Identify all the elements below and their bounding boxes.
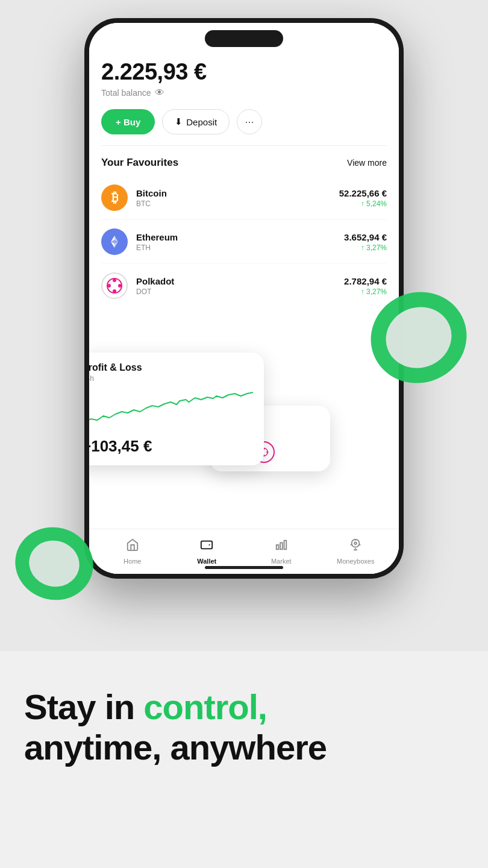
decorative-blob-right [368, 289, 470, 386]
tab-wallet[interactable]: Wallet [170, 538, 245, 565]
decorative-blob-left [12, 524, 96, 603]
eth-symbol: ETH [136, 244, 344, 252]
eth-values: 3.652,94 € ↑ 3,27% [344, 232, 387, 252]
btc-info: Bitcoin BTC [136, 188, 339, 208]
wallet-label: Wallet [197, 558, 216, 565]
svg-rect-24 [277, 545, 279, 549]
phone-frame: 2.225,93 € Total balance 👁 + Buy ⬇ Depos… [84, 18, 404, 579]
crypto-list: ₿ Bitcoin BTC 52.225,66 € ↑ 5,24% [101, 176, 387, 307]
deposit-icon: ⬇ [175, 116, 183, 127]
favourites-header: Your Favourites View more [101, 157, 387, 169]
headline-line2: anytime, anywhere [24, 728, 327, 767]
home-label: Home [124, 558, 141, 565]
tab-home[interactable]: Home [95, 538, 170, 565]
moneyboxes-label: Moneyboxes [337, 558, 374, 565]
deposit-button[interactable]: ⬇ Deposit [162, 109, 230, 134]
eth-icon [101, 228, 128, 255]
favourites-title: Your Favourites [101, 157, 178, 169]
phone-section: 2.225,93 € Total balance 👁 + Buy ⬇ Depos… [0, 0, 488, 651]
headline: Stay in control, anytime, anywhere [24, 687, 464, 767]
btc-price: 52.225,66 € [339, 188, 387, 198]
phone-notch [205, 30, 283, 47]
phone-screen: 2.225,93 € Total balance 👁 + Buy ⬇ Depos… [89, 23, 399, 574]
crypto-item-eth[interactable]: Ethereum ETH 3.652,94 € ↑ 3,27% [101, 220, 387, 264]
eth-info: Ethereum ETH [136, 232, 344, 252]
more-button[interactable]: ··· [237, 109, 262, 134]
home-indicator [205, 566, 283, 569]
market-label: Market [271, 558, 292, 565]
svg-rect-23 [201, 541, 212, 549]
pnl-card[interactable]: Profit & Loss 24h +103,45 € [89, 353, 264, 465]
eye-icon[interactable]: 👁 [155, 87, 164, 98]
crypto-item-dot[interactable]: Polkadot DOT 2.782,94 € ↑ 3,27% [101, 264, 387, 307]
dot-price: 2.782,94 € [344, 276, 387, 286]
headline-line1: Stay in control, [24, 687, 267, 726]
svg-point-22 [266, 451, 268, 453]
crypto-item-btc[interactable]: ₿ Bitcoin BTC 52.225,66 € ↑ 5,24% [101, 176, 387, 220]
pnl-period: 24h [89, 374, 253, 383]
svg-point-12 [107, 284, 111, 288]
buy-button[interactable]: + Buy [101, 109, 155, 134]
pnl-amount: +103,45 € [89, 437, 253, 456]
home-icon [126, 538, 139, 555]
dot-symbol: DOT [136, 288, 344, 296]
btc-name: Bitcoin [136, 188, 339, 198]
dot-icon [101, 272, 128, 299]
moneyboxes-icon [349, 538, 362, 555]
svg-point-27 [354, 542, 357, 544]
section-divider [101, 145, 387, 146]
phone-inner: 2.225,93 € Total balance 👁 + Buy ⬇ Depos… [89, 23, 399, 574]
screen-content: 2.225,93 € Total balance 👁 + Buy ⬇ Depos… [89, 53, 399, 538]
eth-change: ↑ 3,27% [344, 244, 387, 252]
btc-values: 52.225,66 € ↑ 5,24% [339, 188, 387, 208]
dot-name: Polkadot [136, 276, 344, 286]
balance-amount: 2.225,93 € [101, 59, 387, 85]
svg-point-11 [113, 289, 116, 293]
tab-moneyboxes[interactable]: Moneyboxes [319, 538, 393, 565]
svg-rect-25 [280, 542, 283, 549]
btc-change: ↑ 5,24% [339, 200, 387, 208]
market-icon [275, 538, 288, 555]
svg-rect-26 [284, 541, 286, 550]
action-buttons: + Buy ⬇ Deposit ··· [101, 109, 387, 134]
svg-point-10 [113, 278, 116, 282]
wallet-icon [200, 538, 213, 555]
svg-point-13 [118, 284, 122, 288]
pnl-chart [89, 389, 253, 431]
btc-symbol: BTC [136, 200, 339, 208]
bottom-section: Stay in control, anytime, anywhere [0, 651, 488, 868]
tab-market[interactable]: Market [244, 538, 319, 565]
balance-label: Total balance 👁 [101, 87, 387, 98]
eth-price: 3.652,94 € [344, 232, 387, 242]
eth-name: Ethereum [136, 232, 344, 242]
view-more-link[interactable]: View more [347, 158, 387, 168]
pnl-title: Profit & Loss [89, 362, 253, 373]
btc-icon: ₿ [101, 184, 128, 211]
dot-info: Polkadot DOT [136, 276, 344, 296]
